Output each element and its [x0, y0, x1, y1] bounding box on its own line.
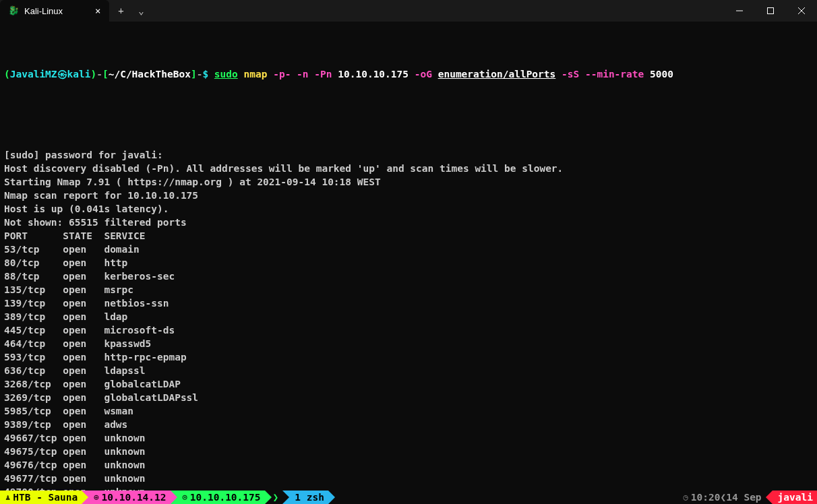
status-htb-label: HTB - Sauna [13, 491, 78, 504]
separator-arrow [265, 491, 272, 504]
output-line: 135/tcp open msrpc [4, 283, 813, 296]
output-line: 49676/tcp open unknown [4, 458, 813, 472]
flag-n: -n [297, 69, 308, 80]
output-line: 445/tcp open microsoft-ds [4, 323, 813, 337]
output-line: 49677/tcp open unknown [4, 472, 813, 485]
separator-arrow-left [766, 491, 773, 504]
output-line: [sudo] password for javali: [4, 148, 813, 162]
separator-arrow-outline: ❯ [272, 491, 283, 504]
bracket-close: ] [191, 69, 197, 80]
cmd-target: 10.10.10.175 [338, 69, 408, 80]
flag-pn: -Pn [314, 69, 332, 80]
output-line: 49675/tcp open unknown [4, 445, 813, 458]
sp [238, 69, 244, 80]
flag-p: -p- [273, 69, 291, 80]
output-line: Not shown: 65515 filtered ports [4, 216, 813, 229]
flag-minrate: --min-rate [585, 69, 644, 80]
window-controls [724, 0, 817, 22]
output-line: PORT STATE SERVICE [4, 229, 813, 243]
status-window-label: 1 zsh [295, 491, 324, 504]
status-date-text: 14 Sep [726, 491, 761, 504]
paren-open: ( [4, 69, 10, 80]
sp [309, 69, 315, 80]
tab-strip: 🐉 Kali-Linux × + ⌄ [0, 0, 148, 22]
status-user-label: javali [778, 491, 813, 504]
status-spacer [335, 491, 679, 504]
pawn-icon: ♟ [5, 491, 10, 504]
output-line [4, 135, 813, 148]
prompt-path: ~/C/HackTheBox [109, 69, 191, 80]
user-host-sep-icon: ㉿ [57, 69, 67, 80]
terminal-output: [sudo] password for javali:Host discover… [4, 135, 813, 504]
svg-rect-1 [768, 8, 774, 14]
prompt-user: JavaliMZ [10, 69, 57, 80]
dropdown-button[interactable]: ⌄ [135, 5, 148, 16]
output-line: 464/tcp open kpasswd5 [4, 337, 813, 350]
flag-ss: -sS [562, 69, 579, 80]
output-line: Starting Nmap 7.91 ( https://nmap.org ) … [4, 175, 813, 189]
prompt-dollar: $ [202, 69, 214, 80]
sp [408, 69, 415, 80]
maximize-button[interactable] [755, 0, 786, 22]
output-line: 593/tcp open http-rpc-epmap [4, 350, 813, 364]
status-seg-targetip[interactable]: ⊙ 10.10.10.175 [177, 491, 265, 504]
status-target-ip: 10.10.10.175 [190, 491, 261, 504]
output-line: 636/tcp open ldapssl [4, 364, 813, 377]
output-line: 3268/tcp open globalcatLDAP [4, 377, 813, 391]
separator-arrow [171, 491, 177, 504]
tabbar-buttons: + ⌄ [115, 0, 148, 22]
chevron-left-icon: ❮ [720, 491, 726, 504]
sp [291, 69, 297, 80]
status-bar: ♟ HTB - Sauna ⊕ 10.10.14.12 ⊙ 10.10.10.1… [0, 491, 817, 504]
sp [579, 69, 585, 80]
output-line: 49667/tcp open unknown [4, 431, 813, 445]
status-time-text: 10:20 [691, 491, 721, 504]
separator-arrow [328, 491, 335, 504]
bracket-open: [ [102, 69, 109, 80]
minimize-button[interactable] [724, 0, 755, 22]
close-icon[interactable]: × [95, 5, 100, 16]
separator-arrow [282, 491, 289, 504]
output-line: 5985/tcp open wsman [4, 404, 813, 418]
flag-og: -oG [415, 69, 432, 80]
status-seg-window[interactable]: 1 zsh [289, 491, 328, 504]
prompt-host: kali [67, 69, 91, 80]
titlebar: 🐉 Kali-Linux × + ⌄ [0, 0, 817, 22]
sp [644, 69, 650, 80]
close-window-button[interactable] [786, 0, 817, 22]
status-seg-localip[interactable]: ⊕ 10.10.14.12 [88, 491, 170, 504]
sp [432, 69, 438, 80]
status-seg-user[interactable]: javali [773, 491, 817, 504]
sp [332, 69, 338, 80]
cmd-nmap: nmap [244, 69, 268, 80]
output-line: Host is up (0.041s latency). [4, 202, 813, 216]
output-line: 80/tcp open http [4, 256, 813, 270]
tab-active[interactable]: 🐉 Kali-Linux × [0, 0, 109, 22]
separator-arrow [82, 491, 88, 504]
output-line: 139/tcp open netbios-ssn [4, 296, 813, 310]
output-line: 3269/tcp open globalcatLDAPssl [4, 391, 813, 404]
output-line: 88/tcp open kerberos-sec [4, 270, 813, 283]
terminal-area[interactable]: (JavaliMZ㉿kali)-[~/C/HackTheBox]-$ sudo … [0, 22, 817, 504]
new-tab-button[interactable]: + [115, 5, 128, 16]
cmd-outfile: enumeration/allPorts [438, 69, 556, 80]
dash: - [96, 69, 102, 80]
prompt-line-1: (JavaliMZ㉿kali)-[~/C/HackTheBox]-$ sudo … [4, 67, 813, 81]
output-line: Host discovery disabled (-Pn). All addre… [4, 162, 813, 175]
status-local-ip: 10.10.14.12 [102, 491, 167, 504]
circle-plus-icon: ⊕ [94, 491, 98, 504]
cmd-rate: 5000 [650, 69, 673, 80]
output-line: Nmap scan report for 10.10.10.175 [4, 189, 813, 202]
output-line: 389/tcp open ldap [4, 310, 813, 323]
cmd-sudo: sudo [214, 69, 238, 80]
sp [555, 69, 562, 80]
paren-close: ) [91, 69, 97, 80]
kali-icon: 🐉 [8, 5, 19, 16]
output-line: 53/tcp open domain [4, 243, 813, 256]
circle-dot-icon: ⊙ [183, 491, 187, 504]
clock-icon: ◷ [684, 491, 688, 504]
status-seg-htb[interactable]: ♟ HTB - Sauna [0, 491, 82, 504]
tab-title: Kali-Linux [24, 6, 63, 16]
status-time: ◷ 10:20 ❮ 14 Sep [679, 491, 766, 504]
output-line: 9389/tcp open adws [4, 418, 813, 431]
